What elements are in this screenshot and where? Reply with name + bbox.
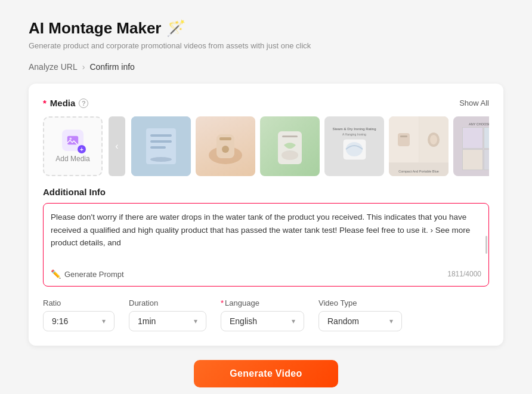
thumb-3-svg <box>269 122 311 170</box>
thumb-2-svg <box>205 122 246 170</box>
video-type-value: Random <box>327 316 359 326</box>
additional-info-label: Additional Info <box>43 187 489 197</box>
video-type-select[interactable]: Random ▾ <box>318 311 402 331</box>
text-area-footer: ✏️ Generate Prompt 1811/4000 <box>51 269 481 279</box>
svg-point-6 <box>150 157 172 162</box>
page-title-text: AI Montage Maker <box>29 19 162 38</box>
ratio-group: Ratio 9:16 ▾ <box>43 298 115 331</box>
scrollbar-indicator <box>485 236 487 254</box>
text-area-container: ✏️ Generate Prompt 1811/4000 <box>43 203 489 287</box>
media-thumbnails: Steam & Dry Ironing Rating A Hanging Iro… <box>131 116 489 176</box>
thumb-5a-svg <box>395 131 412 149</box>
image-icon <box>66 134 79 147</box>
generate-video-button[interactable]: Generate Video <box>194 360 338 387</box>
generate-video-section: Generate Video <box>29 360 503 387</box>
media-header: * Media ? Show All <box>43 98 489 108</box>
add-media-icon: + <box>62 130 83 151</box>
thumb-5b-svg <box>425 131 442 149</box>
generate-prompt-button[interactable]: ✏️ Generate Prompt <box>51 269 124 279</box>
required-star: * <box>43 98 47 108</box>
breadcrumb-step1: Analyze URL <box>29 62 78 72</box>
breadcrumb-step2: Confirm info <box>89 62 134 72</box>
svg-rect-9 <box>219 137 231 140</box>
svg-point-15 <box>346 142 363 156</box>
language-group: * Language English ▾ <box>221 298 304 331</box>
duration-group: Duration 1min ▾ <box>129 298 206 331</box>
video-type-label: Video Type <box>318 298 402 307</box>
thumbnail-2[interactable] <box>196 116 255 176</box>
media-label-text: Media <box>50 98 76 108</box>
svg-point-1 <box>70 137 72 140</box>
language-label-text: Language <box>225 298 259 307</box>
duration-label: Duration <box>129 298 206 307</box>
add-media-box[interactable]: + Add Media <box>43 116 103 176</box>
thumb-1-svg <box>143 122 179 170</box>
plus-badge: + <box>78 145 86 153</box>
svg-point-19 <box>430 135 437 144</box>
svg-rect-4 <box>150 140 172 143</box>
info-icon[interactable]: ? <box>79 98 88 108</box>
page-title: AI Montage Maker 🪄 <box>29 19 503 38</box>
ratio-label: Ratio <box>43 298 115 307</box>
breadcrumb-separator: › <box>82 62 85 72</box>
language-required-star: * <box>221 298 224 307</box>
page-title-emoji: 🪄 <box>166 19 185 38</box>
svg-rect-5 <box>150 146 166 149</box>
thumbnail-6[interactable]: ANY CHOOSE NO. <box>453 116 489 176</box>
svg-rect-12 <box>282 136 298 137</box>
pencil-icon: ✏️ <box>51 269 61 279</box>
page-subtitle: Generate product and corporate promotion… <box>29 41 503 50</box>
svg-rect-17 <box>400 136 407 137</box>
generate-prompt-label: Generate Prompt <box>64 270 124 279</box>
thumbnail-3[interactable] <box>260 116 320 176</box>
language-chevron-icon: ▾ <box>292 317 295 325</box>
duration-value: 1min <box>138 316 156 326</box>
ratio-select[interactable]: 9:16 ▾ <box>43 311 115 331</box>
media-label: * Media ? <box>43 98 88 108</box>
ratio-chevron-icon: ▾ <box>102 317 106 325</box>
nav-arrow-left[interactable]: ‹ <box>109 116 125 176</box>
breadcrumb: Analyze URL › Confirm info <box>29 62 503 72</box>
show-all-button[interactable]: Show All <box>459 98 489 107</box>
language-select[interactable]: English ▾ <box>221 311 304 331</box>
duration-select[interactable]: 1min ▾ <box>129 311 206 331</box>
main-card: * Media ? Show All + Add Media <box>29 84 503 346</box>
svg-point-13 <box>282 150 298 160</box>
thumbnail-1[interactable] <box>131 116 191 176</box>
thumbnail-5[interactable]: Compact And Portable Blue <box>389 116 449 176</box>
thumb-4-svg <box>338 136 371 166</box>
ratio-value: 9:16 <box>52 316 68 326</box>
char-count: 1811/4000 <box>447 270 481 278</box>
video-type-group: Video Type Random ▾ <box>318 298 402 331</box>
svg-rect-3 <box>150 134 172 137</box>
options-row: Ratio 9:16 ▾ Duration 1min ▾ * Language <box>43 298 489 331</box>
thumbnail-4[interactable]: Steam & Dry Ironing Rating A Hanging Iro… <box>324 116 384 176</box>
video-type-chevron-icon: ▾ <box>389 317 393 325</box>
language-value: English <box>230 316 257 326</box>
svg-rect-16 <box>398 133 410 146</box>
additional-info-textarea[interactable] <box>51 211 481 262</box>
media-row: + Add Media ‹ <box>43 116 489 176</box>
svg-point-10 <box>222 146 229 153</box>
duration-chevron-icon: ▾ <box>194 317 197 325</box>
add-media-label: Add Media <box>55 155 89 163</box>
language-label: * Language <box>221 298 304 307</box>
